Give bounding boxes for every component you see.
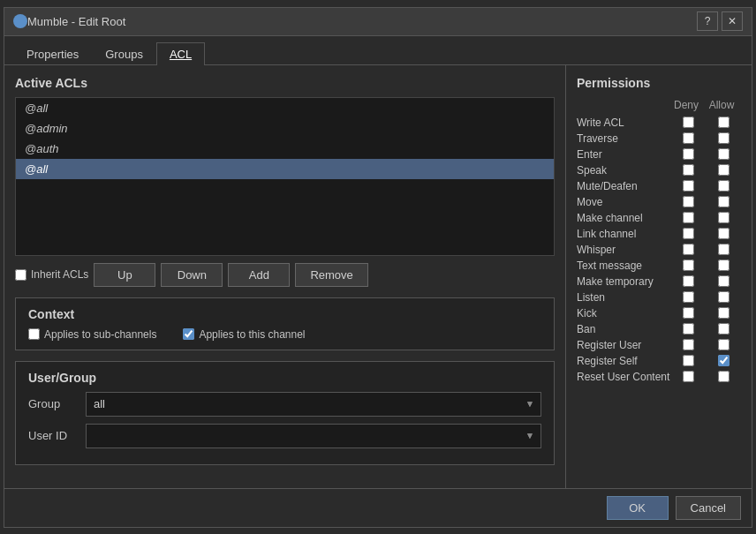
deny-checkbox[interactable] xyxy=(683,117,694,128)
deny-checkbox[interactable] xyxy=(683,180,694,192)
perm-name: Whisper xyxy=(577,244,670,256)
perm-row-mute-deafen: Mute/Deafen xyxy=(577,178,741,194)
ok-button[interactable]: OK xyxy=(607,496,669,520)
perm-name: Enter xyxy=(577,148,670,161)
add-button[interactable]: Add xyxy=(228,263,290,287)
usergroup-section: User/Group Group all admin auth ▼ User I… xyxy=(15,361,555,465)
userid-label: User ID xyxy=(28,429,77,442)
deny-checkbox[interactable] xyxy=(683,307,694,319)
allow-checkbox[interactable] xyxy=(718,228,730,239)
sub-channels-label[interactable]: Applies to sub-channels xyxy=(28,328,156,341)
deny-header: Deny xyxy=(669,99,704,111)
deny-checkbox[interactable] xyxy=(683,148,694,160)
allow-checkbox[interactable] xyxy=(718,132,730,144)
up-button[interactable]: Up xyxy=(94,263,155,287)
allow-checkbox[interactable] xyxy=(718,275,730,287)
close-button[interactable]: ✕ xyxy=(722,11,743,31)
allow-checkbox[interactable] xyxy=(718,259,730,271)
right-panel: Permissions Deny Allow Write ACL Travers… xyxy=(566,65,752,488)
allow-checkbox[interactable] xyxy=(718,180,730,192)
allow-checkbox[interactable] xyxy=(718,291,730,303)
this-channel-checkbox[interactable] xyxy=(183,328,194,340)
acl-item[interactable]: @all xyxy=(16,98,554,118)
deny-checkbox[interactable] xyxy=(683,212,694,223)
perm-row-move: Move xyxy=(577,194,741,210)
group-select[interactable]: all admin auth xyxy=(86,392,541,417)
deny-checkbox[interactable] xyxy=(683,371,694,382)
deny-checkbox[interactable] xyxy=(683,355,694,366)
allow-checkbox[interactable] xyxy=(718,371,730,382)
perm-row-make-channel: Make channel xyxy=(577,210,741,226)
acl-item[interactable]: @admin xyxy=(16,118,554,139)
deny-checkbox[interactable] xyxy=(683,196,694,207)
userid-select-wrapper: ▼ xyxy=(86,424,541,448)
perm-name: Ban xyxy=(577,323,670,335)
left-panel: Active ACLs @all @admin @auth @all Inher… xyxy=(4,65,566,488)
perm-row-write-acl: Write ACL xyxy=(577,115,741,131)
allow-checkbox[interactable] xyxy=(718,148,730,160)
perm-row-make-temporary: Make temporary xyxy=(577,274,741,290)
perm-name: Kick xyxy=(577,307,670,320)
context-section: Context Applies to sub-channels Applies … xyxy=(15,297,555,350)
main-content: Active ACLs @all @admin @auth @all Inher… xyxy=(4,65,752,488)
perm-name: Link channel xyxy=(577,228,670,240)
userid-select[interactable] xyxy=(86,424,541,448)
perm-name: Listen xyxy=(577,291,670,304)
perm-name: Reset User Content xyxy=(577,371,670,383)
perm-row-enter: Enter xyxy=(577,147,741,162)
down-button[interactable]: Down xyxy=(161,263,223,287)
deny-checkbox[interactable] xyxy=(683,259,694,271)
deny-checkbox[interactable] xyxy=(683,132,694,144)
deny-checkbox[interactable] xyxy=(683,323,694,335)
allow-checkbox[interactable] xyxy=(718,307,730,319)
allow-checkbox[interactable] xyxy=(718,196,730,207)
usergroup-title: User/Group xyxy=(28,371,541,385)
deny-checkbox[interactable] xyxy=(683,339,694,350)
sub-channels-checkbox[interactable] xyxy=(28,328,40,340)
tab-acl[interactable]: ACL xyxy=(156,42,205,65)
title-bar: Mumble - Edit Root ? ✕ xyxy=(4,8,752,36)
perm-row-register-user: Register User xyxy=(577,337,741,353)
group-label: Group xyxy=(28,397,77,410)
perm-row-text-message: Text message xyxy=(577,258,741,274)
deny-checkbox[interactable] xyxy=(683,291,694,303)
allow-checkbox[interactable] xyxy=(718,355,730,366)
perm-name: Register User xyxy=(577,339,670,351)
perm-row-kick: Kick xyxy=(577,305,741,321)
perm-name: Text message xyxy=(577,259,670,272)
acl-item[interactable]: @auth xyxy=(16,139,554,159)
allow-checkbox[interactable] xyxy=(718,117,730,128)
perm-deny-0 xyxy=(670,117,706,128)
perm-name: Register Self xyxy=(577,355,670,367)
acl-list[interactable]: @all @admin @auth @all xyxy=(15,97,555,256)
deny-checkbox[interactable] xyxy=(683,228,694,239)
remove-button[interactable]: Remove xyxy=(295,263,367,287)
allow-checkbox[interactable] xyxy=(718,244,730,255)
perm-row-reset-user-content: Reset User Content xyxy=(577,369,741,385)
this-channel-label[interactable]: Applies to this channel xyxy=(183,328,305,341)
inherit-acls-checkbox[interactable] xyxy=(15,269,26,281)
footer: OK Cancel xyxy=(4,488,752,527)
active-acls-section: Active ACLs @all @admin @auth @all Inher… xyxy=(15,76,555,287)
inherit-acls-label[interactable]: Inherit ACLs xyxy=(15,268,88,281)
allow-checkbox[interactable] xyxy=(718,212,730,223)
tab-groups[interactable]: Groups xyxy=(92,42,156,65)
help-button[interactable]: ? xyxy=(697,11,718,31)
active-acls-title: Active ACLs xyxy=(15,76,555,90)
cancel-button[interactable]: Cancel xyxy=(676,496,741,520)
app-icon xyxy=(13,14,27,28)
perm-row-ban: Ban xyxy=(577,321,741,337)
tabs-bar: Properties Groups ACL xyxy=(4,36,752,65)
allow-checkbox[interactable] xyxy=(718,164,730,176)
perm-name: Make temporary xyxy=(577,275,670,288)
deny-checkbox[interactable] xyxy=(683,275,694,287)
allow-checkbox[interactable] xyxy=(718,339,730,350)
tab-properties[interactable]: Properties xyxy=(13,42,92,65)
group-select-wrapper: all admin auth ▼ xyxy=(86,392,541,417)
acl-controls: Inherit ACLs Up Down Add Remove xyxy=(15,263,555,287)
acl-item-selected[interactable]: @all xyxy=(16,159,554,179)
allow-checkbox[interactable] xyxy=(718,323,730,335)
deny-checkbox[interactable] xyxy=(683,244,694,255)
deny-checkbox[interactable] xyxy=(683,164,694,176)
perm-row-register-self: Register Self xyxy=(577,353,741,369)
